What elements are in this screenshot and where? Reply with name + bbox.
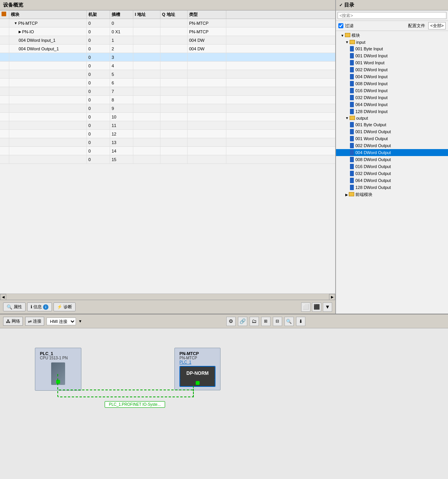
- row-rack-cell: 0: [87, 62, 110, 70]
- table-row[interactable]: 004 DWord Input_1 0 1 004 DW: [0, 36, 335, 45]
- catalog-folder[interactable]: ▼ input: [336, 39, 448, 45]
- catalog-module-item[interactable]: 001 Word Input: [336, 59, 448, 66]
- pnmtcp-link[interactable]: PLC_1: [179, 360, 215, 364]
- hscroll-right[interactable]: ▶: [329, 294, 335, 300]
- row-rack-cell: 0: [87, 155, 110, 163]
- plc1-network-line-v: [57, 374, 58, 390]
- hscroll-left[interactable]: ◀: [0, 294, 6, 300]
- icon-btn-3[interactable]: ▼: [323, 302, 332, 312]
- table-body[interactable]: ▼ PN-MTCP 0 0 PN-MTCP ▶ PN-IO 0 0 X1 PN-…: [0, 19, 335, 294]
- table-row[interactable]: 0 15: [0, 155, 335, 164]
- table-row[interactable]: 004 DWord Output_1 0 2 004 DW: [0, 45, 335, 53]
- hscroll[interactable]: ◀ ▶: [0, 294, 335, 300]
- zoom-btn[interactable]: 🔍: [284, 317, 294, 326]
- table-row[interactable]: 0 8: [0, 96, 335, 104]
- properties-btn[interactable]: 🔍 属性: [3, 302, 26, 311]
- module-icon: [350, 171, 354, 176]
- catalog-folder[interactable]: ▼ output: [336, 115, 448, 121]
- module-icon: [350, 60, 354, 65]
- row-rack-cell: 0: [87, 138, 110, 146]
- catalog-module-item[interactable]: 001 DWord Output: [336, 128, 448, 135]
- table-row[interactable]: ▶ PN-IO 0 0 X1 PN-MTCP: [0, 27, 335, 36]
- row-iaddr-cell: [133, 27, 160, 36]
- table-row[interactable]: ▼ PN-MTCP 0 0 PN-MTCP: [0, 19, 335, 27]
- folder-label: input: [356, 40, 365, 45]
- module-label: 002 DWord Input: [355, 67, 388, 72]
- row-icon-cell: [0, 70, 9, 78]
- table-row[interactable]: 0 12: [0, 130, 335, 138]
- col-qaddr: Q 地址: [160, 10, 188, 19]
- module-icon: [350, 46, 354, 52]
- module-icon: [350, 143, 354, 148]
- row-module-cell: [9, 96, 87, 104]
- catalog-module-item[interactable]: 002 DWord Input: [336, 66, 448, 73]
- row-type-cell: [188, 104, 226, 112]
- table-row[interactable]: 0 9: [0, 104, 335, 113]
- table-row[interactable]: 0 11: [0, 121, 335, 130]
- dp-norm-status-green: [196, 381, 200, 385]
- net-icon-1[interactable]: ⚙: [226, 317, 236, 326]
- table-row[interactable]: 0 14: [0, 147, 335, 155]
- catalog-module-item[interactable]: 128 DWord Output: [336, 184, 448, 191]
- row-slot-cell: 0 X1: [110, 27, 133, 36]
- catalog-module-item[interactable]: 001 Word Output: [336, 135, 448, 142]
- table-row[interactable]: 0 5: [0, 70, 335, 79]
- table-row[interactable]: 0 3: [0, 53, 335, 62]
- catalog-module-item[interactable]: 128 DWord Input: [336, 108, 448, 115]
- catalog-module-item[interactable]: 064 DWord Output: [336, 177, 448, 184]
- icon-btn-1[interactable]: ⬜: [301, 302, 310, 312]
- hscroll-track[interactable]: [6, 294, 329, 300]
- catalog-module-item[interactable]: 004 DWord Input: [336, 73, 448, 80]
- catalog-module-item[interactable]: 004 DWord Output: [336, 149, 448, 156]
- table-row[interactable]: 0 6: [0, 79, 335, 87]
- pnmtcp-device-box[interactable]: PN-MTCP PN-MTCP PLC_1 DP-NORM: [174, 348, 221, 390]
- row-module-cell: 004 DWord Output_1: [9, 45, 87, 53]
- catalog-tree[interactable]: ▼ 模块 ▼ input 001 Byte Input 001 DWord In…: [336, 31, 448, 314]
- table-row[interactable]: 0 13: [0, 138, 335, 147]
- catalog-module-item[interactable]: 002 DWord Output: [336, 142, 448, 149]
- filter-checkbox[interactable]: [338, 23, 343, 28]
- catalog-module-item[interactable]: 001 Byte Output: [336, 121, 448, 128]
- catalog-panel: ✓ 目录 过滤 配置文件 <全部> ▼ 模块 ▼ input: [336, 0, 448, 314]
- download-btn[interactable]: ⬇: [296, 317, 305, 326]
- net-icon-4[interactable]: ⊞: [261, 317, 271, 326]
- net-icon-2[interactable]: 🔗: [238, 317, 247, 326]
- catalog-module-item[interactable]: 001 Byte Input: [336, 45, 448, 52]
- row-slot-cell: 2: [110, 45, 133, 53]
- folder-icon: [350, 116, 355, 120]
- row-slot-cell: 14: [110, 147, 133, 155]
- connect-btn[interactable]: ⇌ 连接: [25, 317, 44, 326]
- catalog-folder[interactable]: ▼ 模块: [336, 32, 448, 39]
- col-type: 类型: [188, 10, 226, 19]
- catalog-module-item[interactable]: 032 DWord Output: [336, 170, 448, 177]
- row-qaddr-cell: [160, 113, 188, 121]
- icon-btn-2[interactable]: ⬛: [312, 302, 321, 312]
- plc1-device-box[interactable]: PLC_1 CPU 1513-1 PN: [35, 348, 81, 391]
- catalog-module-item[interactable]: 008 DWord Input: [336, 80, 448, 87]
- catalog-folder[interactable]: ▶ 前端模块: [336, 191, 448, 198]
- catalog-module-item[interactable]: 001 DWord Input: [336, 52, 448, 59]
- catalog-expand-icon[interactable]: ✓: [339, 3, 343, 8]
- table-row[interactable]: 0 7: [0, 87, 335, 96]
- net-icon-3[interactable]: 🗂: [250, 317, 259, 326]
- module-icon: [350, 157, 354, 162]
- net-icon-5[interactable]: ⊟: [273, 317, 282, 326]
- catalog-module-item[interactable]: 016 DWord Output: [336, 163, 448, 170]
- catalog-module-item[interactable]: 064 DWord Input: [336, 101, 448, 108]
- row-iaddr-cell: [133, 113, 160, 121]
- info-circle-icon: i: [43, 304, 48, 310]
- module-label: 001 DWord Output: [355, 129, 391, 134]
- dp-norm-box: DP-NORM: [180, 367, 215, 380]
- catalog-search-input[interactable]: [338, 12, 446, 19]
- catalog-module-item[interactable]: 008 DWord Output: [336, 156, 448, 163]
- catalog-module-item[interactable]: 016 DWord Input: [336, 87, 448, 94]
- module-label: 001 Byte Input: [355, 46, 383, 51]
- catalog-module-item[interactable]: 032 DWord Input: [336, 94, 448, 101]
- table-row[interactable]: 0 10: [0, 113, 335, 121]
- info-btn[interactable]: ℹ 信息 i: [27, 302, 52, 311]
- row-module-cell: [9, 121, 87, 129]
- network-btn[interactable]: 🖧 网络: [3, 317, 23, 326]
- hmi-connect-select[interactable]: HMI 连接: [47, 318, 76, 325]
- diagnostics-btn[interactable]: ⚡ 诊断: [53, 302, 76, 311]
- table-row[interactable]: 0 4: [0, 62, 335, 70]
